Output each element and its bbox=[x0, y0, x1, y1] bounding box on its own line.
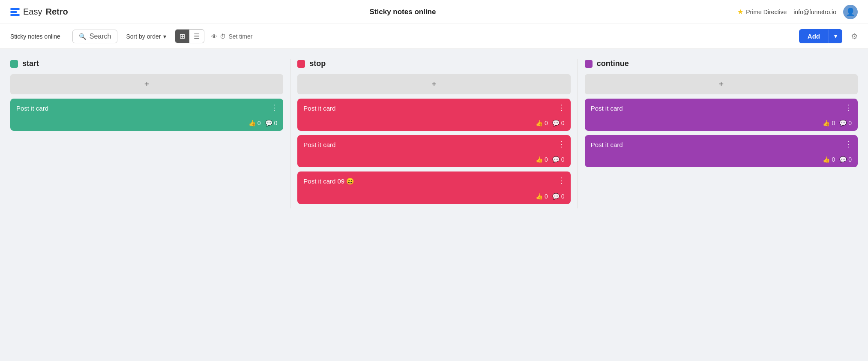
prime-directive-link[interactable]: ★ Prime Directive bbox=[737, 8, 787, 16]
comment-icon: 💬 bbox=[839, 120, 847, 126]
comment-icon: 💬 bbox=[552, 156, 560, 163]
comments-count: 0 bbox=[561, 156, 565, 163]
logo-text-retro: Retro bbox=[45, 7, 68, 17]
card-emoji: 😀 bbox=[346, 177, 354, 185]
card-footer: 👍 0 💬 0 bbox=[16, 120, 277, 126]
card-comments: 💬 0 bbox=[265, 120, 278, 126]
thumbs-up-icon: 👍 bbox=[536, 193, 543, 200]
comments-count: 0 bbox=[561, 120, 565, 126]
column-header-start: start bbox=[10, 59, 283, 68]
settings-icon[interactable]: ⚙ bbox=[851, 32, 858, 41]
timer-icon: ⏱ bbox=[220, 33, 226, 40]
search-label: Search bbox=[90, 33, 111, 40]
timer-label: Set timer bbox=[228, 33, 252, 40]
board: start + ⋮ Post it card 👍 0 💬 0 stop bbox=[0, 49, 868, 219]
add-button[interactable]: Add ▾ bbox=[799, 29, 842, 43]
card-menu-icon[interactable]: ⋮ bbox=[558, 177, 566, 184]
star-icon: ★ bbox=[737, 8, 743, 16]
card-comments: 💬 0 bbox=[552, 156, 565, 163]
comment-icon: 💬 bbox=[265, 120, 272, 126]
sort-button[interactable]: Sort by order ▾ bbox=[123, 30, 170, 42]
thumbs-up-icon: 👍 bbox=[823, 156, 830, 163]
app-header: EasyRetro Sticky notes online ★ Prime Di… bbox=[0, 0, 868, 24]
card-footer: 👍 0 💬 0 bbox=[591, 120, 852, 126]
likes-count: 0 bbox=[545, 193, 548, 200]
view-toggle: ⊞ ☰ bbox=[175, 29, 204, 43]
page-title: Sticky notes online bbox=[10, 33, 60, 40]
timer-button[interactable]: 👁 ⏱ Set timer bbox=[211, 33, 252, 40]
card-text: Post it card 09 😀 bbox=[303, 177, 564, 185]
logo-text-easy: Easy bbox=[23, 7, 42, 17]
card: ⋮ Post it card 👍 0 💬 0 bbox=[297, 99, 570, 131]
card-footer: 👍 0 💬 0 bbox=[303, 193, 564, 200]
column-start: start + ⋮ Post it card 👍 0 💬 0 bbox=[10, 59, 288, 135]
likes-count: 0 bbox=[832, 156, 835, 163]
user-avatar[interactable]: 👤 bbox=[843, 5, 858, 19]
card-likes: 👍 0 bbox=[823, 120, 835, 126]
card: ⋮ Post it card 👍 0 💬 0 bbox=[585, 135, 858, 167]
comment-icon: 💬 bbox=[552, 193, 560, 200]
toolbar: Sticky notes online 🔍 Search Sort by ord… bbox=[0, 24, 868, 49]
header-title: Sticky notes online bbox=[68, 8, 738, 16]
column-dot-continue bbox=[585, 60, 593, 68]
card-menu-icon[interactable]: ⋮ bbox=[558, 104, 566, 111]
likes-count: 0 bbox=[545, 156, 548, 163]
card-comments: 💬 0 bbox=[552, 120, 565, 126]
card-menu-icon[interactable]: ⋮ bbox=[558, 140, 566, 148]
column-header-stop: stop bbox=[297, 59, 570, 68]
column-title-stop: stop bbox=[309, 59, 326, 68]
view-grid-button[interactable]: ⊞ bbox=[175, 30, 189, 43]
column-divider bbox=[290, 59, 290, 208]
likes-count: 0 bbox=[257, 120, 261, 126]
view-list-button[interactable]: ☰ bbox=[189, 30, 204, 43]
logo[interactable]: EasyRetro bbox=[10, 7, 68, 17]
comment-icon: 💬 bbox=[839, 156, 847, 163]
add-card-start-button[interactable]: + bbox=[10, 74, 283, 94]
card-likes: 👍 0 bbox=[823, 156, 835, 163]
card: ⋮ Post it card 👍 0 💬 0 bbox=[585, 99, 858, 131]
card-text: Post it card bbox=[303, 105, 564, 112]
likes-count: 0 bbox=[545, 120, 548, 126]
thumbs-up-icon: 👍 bbox=[536, 156, 543, 163]
add-card-continue-button[interactable]: + bbox=[585, 74, 858, 94]
thumbs-up-icon: 👍 bbox=[536, 120, 543, 126]
card-likes: 👍 0 bbox=[536, 156, 548, 163]
card-menu-icon[interactable]: ⋮ bbox=[270, 104, 278, 111]
column-dot-start bbox=[10, 60, 18, 68]
likes-count: 0 bbox=[832, 120, 835, 126]
logo-icon bbox=[10, 8, 20, 16]
column-title-continue: continue bbox=[597, 59, 629, 68]
sort-label: Sort by order bbox=[126, 33, 161, 40]
avatar-icon: 👤 bbox=[846, 7, 855, 17]
card-menu-icon[interactable]: ⋮ bbox=[845, 104, 853, 111]
card-menu-icon[interactable]: ⋮ bbox=[845, 140, 853, 148]
card: ⋮ Post it card 👍 0 💬 0 bbox=[10, 99, 283, 131]
add-card-stop-button[interactable]: + bbox=[297, 74, 570, 94]
column-header-continue: continue bbox=[585, 59, 858, 68]
card-footer: 👍 0 💬 0 bbox=[303, 156, 564, 163]
prime-directive-label: Prime Directive bbox=[746, 9, 787, 15]
card: ⋮ Post it card 👍 0 💬 0 bbox=[297, 135, 570, 167]
card: ⋮ Post it card 09 😀 👍 0 💬 0 bbox=[297, 171, 570, 204]
header-right: ★ Prime Directive info@funretro.io 👤 bbox=[737, 5, 858, 19]
card-text: Post it card bbox=[591, 105, 852, 112]
card-likes: 👍 0 bbox=[248, 120, 261, 126]
card-text: Post it card bbox=[591, 141, 852, 148]
card-comments: 💬 0 bbox=[839, 156, 852, 163]
column-dot-stop bbox=[297, 60, 305, 68]
column-stop: stop + ⋮ Post it card 👍 0 💬 0 ⋮ Post it … bbox=[292, 59, 575, 208]
comments-count: 0 bbox=[561, 193, 565, 200]
column-title-start: start bbox=[22, 59, 39, 68]
comments-count: 0 bbox=[274, 120, 278, 126]
card-text: Post it card bbox=[16, 105, 277, 112]
column-continue: continue + ⋮ Post it card 👍 0 💬 0 ⋮ Post… bbox=[580, 59, 858, 171]
thumbs-up-icon: 👍 bbox=[823, 120, 830, 126]
search-box[interactable]: 🔍 Search bbox=[72, 30, 118, 43]
card-text: Post it card bbox=[303, 141, 564, 148]
card-comments: 💬 0 bbox=[839, 120, 852, 126]
card-likes: 👍 0 bbox=[536, 193, 548, 200]
card-footer: 👍 0 💬 0 bbox=[303, 120, 564, 126]
eye-icon: 👁 bbox=[211, 33, 217, 40]
card-footer: 👍 0 💬 0 bbox=[591, 156, 852, 163]
comments-count: 0 bbox=[848, 120, 852, 126]
